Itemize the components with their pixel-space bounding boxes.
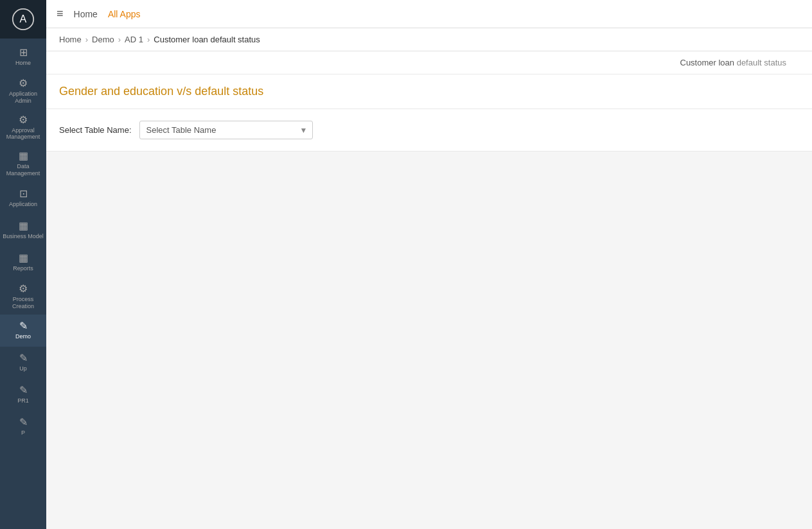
app-logo-icon: A xyxy=(12,8,35,31)
sidebar-label-application-admin: Application Admin xyxy=(3,91,44,105)
select-table-name[interactable]: Select Table Name xyxy=(139,121,313,139)
content-header-text-suffix: default status xyxy=(734,58,786,67)
sidebar-item-application-admin[interactable]: ⚙ Application Admin xyxy=(0,73,46,110)
application-icon: ⊡ xyxy=(19,189,28,199)
pr1-icon: ✎ xyxy=(19,385,28,395)
select-table-name-wrapper: Select Table Name ▼ xyxy=(139,121,313,139)
breadcrumb-sep-2: › xyxy=(118,35,121,44)
sidebar-label-approval-management: Approval Management xyxy=(3,127,44,141)
breadcrumb-ad1[interactable]: AD 1 xyxy=(125,35,143,44)
sidebar-label-process-creation: Process Creation xyxy=(3,296,44,310)
demo-icon: ✎ xyxy=(19,321,28,331)
sidebar-item-process-creation[interactable]: ⚙ Process Creation xyxy=(0,279,46,315)
sidebar-item-home[interactable]: ⊞ Home xyxy=(0,41,46,73)
sidebar-label-pr1: PR1 xyxy=(17,397,29,404)
sidebar-item-p[interactable]: ✎ P xyxy=(0,411,46,443)
sidebar-label-data-management: Data Management xyxy=(3,163,44,177)
sidebar-item-pr1[interactable]: ✎ PR1 xyxy=(0,379,46,411)
sidebar: A ⊞ Home ⚙ Application Admin ⚙ Approval … xyxy=(0,0,46,529)
data-management-icon: ▦ xyxy=(19,151,28,161)
sidebar-label-home: Home xyxy=(15,60,31,67)
filter-bar: Select Table Name: Select Table Name ▼ xyxy=(46,109,812,152)
p-icon: ✎ xyxy=(19,417,28,428)
sidebar-label-reports: Reports xyxy=(13,265,33,272)
sidebar-item-business-model[interactable]: ▦ Business Model xyxy=(0,214,46,247)
sidebar-item-approval-management[interactable]: ⚙ Approval Management xyxy=(0,110,46,146)
menu-icon[interactable]: ≡ xyxy=(57,7,64,21)
sidebar-item-application[interactable]: ⊡ Application xyxy=(0,182,46,214)
filter-label: Select Table Name: xyxy=(59,125,132,135)
reports-icon: ▦ xyxy=(19,253,28,263)
page-title: Gender and education v/s default status xyxy=(59,85,799,98)
approval-management-icon: ⚙ xyxy=(19,115,28,125)
topbar: ≡ Home All Apps xyxy=(46,0,812,28)
topbar-home-link[interactable]: Home xyxy=(74,9,98,19)
sidebar-label-demo: Demo xyxy=(15,333,31,340)
page-title-bar: Gender and education v/s default status xyxy=(46,74,812,109)
sidebar-item-up[interactable]: ✎ Up xyxy=(0,347,46,379)
application-admin-icon: ⚙ xyxy=(19,78,28,89)
sidebar-label-application: Application xyxy=(9,201,37,208)
sidebar-label-up: Up xyxy=(19,365,27,372)
breadcrumb-home[interactable]: Home xyxy=(59,35,82,44)
main-content: ≡ Home All Apps Home › Demo › AD 1 › Cus… xyxy=(46,0,812,529)
home-icon: ⊞ xyxy=(19,48,28,58)
content-header: Customer loan default status xyxy=(46,51,812,74)
sidebar-item-data-management[interactable]: ▦ Data Management xyxy=(0,146,46,182)
sidebar-label-business-model: Business Model xyxy=(3,233,44,240)
sidebar-nav: ⊞ Home ⚙ Application Admin ⚙ Approval Ma… xyxy=(0,39,46,443)
content-header-text-highlight: Customer loan xyxy=(680,58,735,67)
breadcrumb: Home › Demo › AD 1 › Customer loan defau… xyxy=(46,28,812,51)
process-creation-icon: ⚙ xyxy=(19,284,28,294)
sidebar-item-demo[interactable]: ✎ Demo xyxy=(0,315,46,347)
svg-text:A: A xyxy=(20,13,27,24)
content-header-link: Customer loan default status xyxy=(680,58,787,67)
breadcrumb-current: Customer loan default status xyxy=(154,35,260,44)
breadcrumb-sep-1: › xyxy=(85,35,88,44)
sidebar-label-p: P xyxy=(21,429,25,437)
business-model-icon: ▦ xyxy=(19,221,28,231)
breadcrumb-sep-3: › xyxy=(147,35,150,44)
sidebar-item-reports[interactable]: ▦ Reports xyxy=(0,247,46,279)
sidebar-logo: A xyxy=(0,0,46,39)
content-area: Customer loan default status Gender and … xyxy=(46,51,812,529)
up-icon: ✎ xyxy=(19,353,28,363)
topbar-all-apps-link[interactable]: All Apps xyxy=(108,9,141,19)
empty-content-area xyxy=(46,152,812,529)
breadcrumb-demo[interactable]: Demo xyxy=(92,35,114,44)
